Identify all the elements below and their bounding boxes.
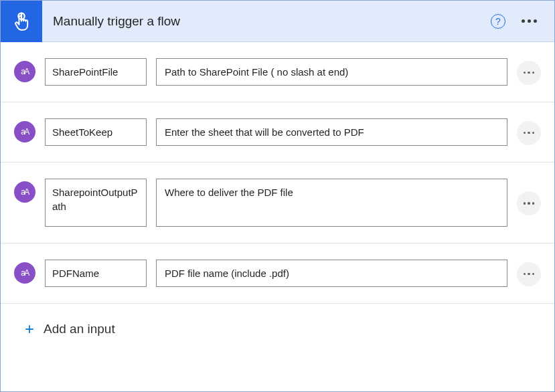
input-more-icon[interactable]: [517, 191, 541, 215]
add-input-button[interactable]: +Add an input: [1, 303, 554, 355]
card-header: Manually trigger a flow ?: [1, 1, 554, 42]
input-row: aASheetToKeepEnter the sheet that will b…: [1, 102, 554, 162]
text-type-icon: aA: [14, 61, 35, 82]
input-name-field[interactable]: SheetToKeep: [45, 118, 147, 146]
card-title: Manually trigger a flow: [42, 14, 491, 29]
input-description-field[interactable]: PDF file name (include .pdf): [156, 260, 507, 287]
input-more-icon[interactable]: [517, 121, 541, 145]
trigger-icon-box: [1, 1, 42, 42]
input-row: aASharePointFilePath to SharePoint File …: [1, 42, 554, 102]
input-row: aAPDFNamePDF file name (include .pdf): [1, 243, 554, 303]
header-actions: ?: [491, 14, 554, 29]
input-description-field[interactable]: Enter the sheet that will be converted t…: [156, 118, 507, 146]
input-name-field[interactable]: SharepointOutputPath: [45, 179, 147, 227]
trigger-card: Manually trigger a flow ? aASharePointFi…: [0, 0, 555, 392]
card-more-icon[interactable]: [518, 15, 541, 27]
input-more-icon[interactable]: [517, 61, 541, 85]
card-body: aASharePointFilePath to SharePoint File …: [1, 42, 554, 391]
plus-icon: +: [25, 321, 34, 337]
touch-icon: [10, 10, 33, 33]
input-more-icon[interactable]: [517, 262, 541, 286]
input-name-field[interactable]: SharePointFile: [45, 58, 147, 86]
input-description-field[interactable]: Path to SharePoint File ( no slash at en…: [156, 58, 507, 86]
input-row: aASharepointOutputPathWhere to deliver t…: [1, 162, 554, 243]
text-type-icon: aA: [14, 181, 35, 203]
add-input-label: Add an input: [44, 322, 115, 336]
input-description-field[interactable]: Where to deliver the PDF file: [156, 179, 507, 227]
input-name-field[interactable]: PDFName: [45, 260, 147, 287]
help-icon[interactable]: ?: [491, 14, 505, 29]
text-type-icon: aA: [14, 262, 35, 284]
text-type-icon: aA: [14, 121, 35, 142]
